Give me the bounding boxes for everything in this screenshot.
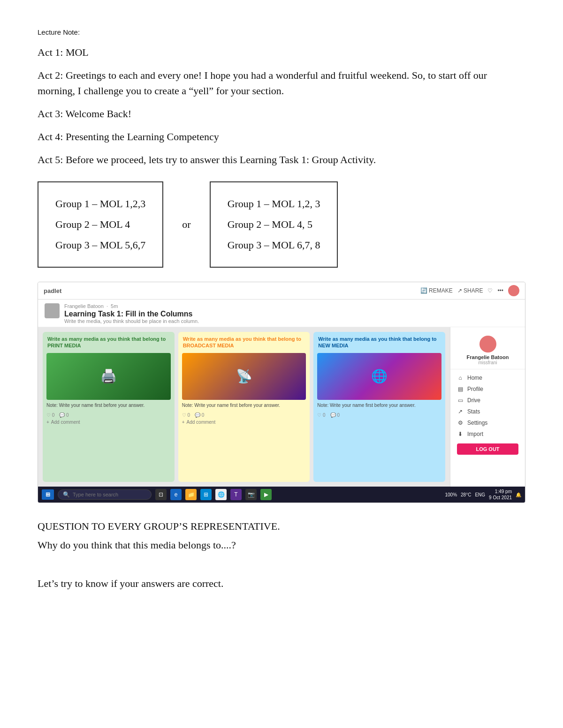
settings-icon: ⚙ bbox=[457, 420, 464, 426]
group-box-left: Group 1 – MOL 1,2,3 Group 2 – MOL 4 Grou… bbox=[38, 181, 163, 268]
taskbar-icon-task-view[interactable]: ⊡ bbox=[155, 489, 167, 500]
padlet-avatar-thumb bbox=[45, 303, 60, 318]
taskbar-icon-folder[interactable]: 📁 bbox=[185, 489, 197, 500]
star-icon[interactable]: ♡ bbox=[487, 287, 493, 294]
padlet-col-broadcast-actions: ♡ 0 💬 0 bbox=[178, 411, 310, 420]
group-box-left-line1: Group 1 – MOL 1,2,3 bbox=[55, 194, 145, 214]
padlet-columns: Write as many media as you think that be… bbox=[38, 327, 450, 487]
sidebar-menu-home[interactable]: ⌂ Home bbox=[450, 372, 525, 383]
question-2: Why do you think that this media belongs… bbox=[38, 536, 525, 555]
padlet-username: Frangelie Batoon bbox=[64, 303, 104, 309]
padlet-sidebar-role: missfrani bbox=[478, 360, 497, 365]
taskbar-icon-edge[interactable]: e bbox=[170, 489, 182, 500]
padlet-user-line: Frangelie Batoon · 5m bbox=[64, 303, 518, 309]
stats-icon: ↗ bbox=[457, 408, 464, 415]
padlet-topbar-right: 🔄 REMAKE ↗ SHARE ♡ ••• bbox=[420, 285, 519, 296]
lecture-note-label: Lecture Note: bbox=[38, 28, 525, 36]
sidebar-stats-label: Stats bbox=[467, 408, 480, 415]
sidebar-menu-drive[interactable]: ▭ Drive bbox=[450, 395, 525, 406]
padlet-subtitle: Write the media, you think should be pla… bbox=[64, 318, 518, 324]
groups-section: Group 1 – MOL 1,2,3 Group 2 – MOL 4 Grou… bbox=[38, 181, 525, 268]
taskbar: ⊞ 🔍 ⊡ e 📁 ⊞ 🌐 T 📷 ▶ 100% 28°C ENG 1:49 p… bbox=[38, 487, 525, 503]
sidebar-drive-label: Drive bbox=[467, 397, 480, 404]
padlet-col-broadcast-header: Write as many media as you think that be… bbox=[178, 332, 310, 353]
group-box-left-line3: Group 3 – MOL 5,6,7 bbox=[55, 235, 145, 255]
padlet-col-print-img: 🖨️ bbox=[46, 353, 171, 400]
question-1: QUESTION TO EVERY GROUP’S REPRESENTATIVE… bbox=[38, 517, 525, 536]
act-5: Act 5: Before we proceed, lets try to an… bbox=[38, 152, 525, 167]
group-box-right-line1: Group 1 – MOL 1,2, 3 bbox=[228, 194, 320, 214]
new-heart-icon[interactable]: ♡ 0 bbox=[317, 413, 325, 418]
taskbar-icon-chrome[interactable]: 🌐 bbox=[215, 489, 227, 500]
padlet-col-broadcast-note: Note: Write your name first before your … bbox=[178, 403, 310, 411]
act-2: Act 2: Greetings to each and every one! … bbox=[38, 68, 525, 98]
profile-icon: ▤ bbox=[457, 386, 464, 392]
padlet-col-new-actions: ♡ 0 💬 0 bbox=[313, 411, 445, 420]
search-icon: 🔍 bbox=[63, 491, 70, 498]
sidebar-import-label: Import bbox=[467, 431, 483, 437]
or-label: or bbox=[182, 218, 190, 231]
padlet-col-new-img: 🌐 bbox=[317, 353, 441, 400]
padlet-col-print-note: Note: Write your name first before your … bbox=[43, 403, 175, 411]
group-box-right-line2: Group 2 – MOL 4, 5 bbox=[228, 214, 320, 235]
print-comment-icon[interactable]: 💬 0 bbox=[59, 413, 68, 418]
taskbar-temp: 28°C bbox=[461, 492, 471, 497]
drive-icon: ▭ bbox=[457, 397, 464, 404]
let-try: Let’s try to know if your answers are co… bbox=[38, 578, 525, 590]
remake-button[interactable]: 🔄 REMAKE bbox=[420, 287, 453, 294]
taskbar-icon-app1[interactable]: 📷 bbox=[245, 489, 257, 500]
logout-button[interactable]: LOG OUT bbox=[457, 443, 518, 455]
taskbar-icon-store[interactable]: ⊞ bbox=[200, 489, 212, 500]
broadcast-heart-icon[interactable]: ♡ 0 bbox=[182, 413, 190, 418]
padlet-col-new-header: Write as many media as you think that be… bbox=[313, 332, 445, 353]
sidebar-home-label: Home bbox=[467, 375, 482, 381]
print-add-comment[interactable]: +Add comment bbox=[43, 420, 175, 428]
padlet-header: Frangelie Batoon · 5m Learning Task 1: F… bbox=[38, 300, 525, 327]
new-comment-icon[interactable]: 💬 0 bbox=[330, 413, 340, 418]
padlet-col-print-actions: ♡ 0 💬 0 bbox=[43, 411, 175, 420]
sidebar-menu-profile[interactable]: ▤ Profile bbox=[450, 383, 525, 395]
padlet-screenshot: padlet 🔄 REMAKE ↗ SHARE ♡ ••• Frangelie … bbox=[38, 282, 525, 503]
taskbar-time: 1:49 pm 9 Oct 2021 bbox=[489, 488, 512, 501]
padlet-sidebar-avatar bbox=[479, 336, 496, 353]
more-options-icon[interactable]: ••• bbox=[497, 287, 503, 294]
sidebar-profile-label: Profile bbox=[467, 386, 483, 392]
sidebar-menu-stats[interactable]: ↗ Stats bbox=[450, 406, 525, 417]
padlet-topbar: padlet 🔄 REMAKE ↗ SHARE ♡ ••• bbox=[38, 282, 525, 300]
taskbar-icons: ⊡ e 📁 ⊞ 🌐 T 📷 ▶ bbox=[155, 489, 441, 500]
taskbar-search-box[interactable]: 🔍 bbox=[58, 489, 152, 500]
padlet-sidebar-user: Frangelie Batoon missfrani bbox=[450, 332, 525, 369]
group-box-right: Group 1 – MOL 1,2, 3 Group 2 – MOL 4, 5 … bbox=[210, 181, 338, 268]
start-button[interactable]: ⊞ bbox=[42, 489, 54, 500]
padlet-col-new: Write as many media as you think that be… bbox=[313, 332, 445, 482]
taskbar-icon-app2[interactable]: ▶ bbox=[260, 489, 272, 500]
padlet-main: Write as many media as you think that be… bbox=[38, 327, 525, 487]
padlet-col-broadcast: Write as many media as you think that be… bbox=[178, 332, 310, 482]
act-1: Act 1: MOL bbox=[38, 45, 525, 60]
taskbar-notification-icon[interactable]: 🔔 bbox=[516, 492, 521, 497]
broadcast-add-comment[interactable]: +Add comment bbox=[178, 420, 310, 428]
home-icon: ⌂ bbox=[457, 375, 464, 381]
sidebar-menu-import[interactable]: ⬇ Import bbox=[450, 428, 525, 440]
sidebar-settings-label: Settings bbox=[467, 420, 487, 426]
padlet-header-info: Frangelie Batoon · 5m Learning Task 1: F… bbox=[64, 303, 518, 324]
group-box-right-line3: Group 3 – MOL 6,7, 8 bbox=[228, 235, 320, 255]
taskbar-battery: 100% bbox=[445, 492, 457, 497]
taskbar-icon-teams[interactable]: T bbox=[230, 489, 242, 500]
padlet-title: Learning Task 1: Fill in the Columns bbox=[64, 310, 518, 318]
padlet-col-broadcast-img: 📡 bbox=[182, 353, 306, 400]
padlet-col-print-header: Write as many media as you think that be… bbox=[43, 332, 175, 353]
share-button[interactable]: ↗ SHARE bbox=[457, 287, 483, 294]
broadcast-comment-icon[interactable]: 💬 0 bbox=[195, 413, 204, 418]
padlet-sidebar: Frangelie Batoon missfrani ⌂ Home ▤ Prof… bbox=[450, 327, 525, 487]
padlet-time-ago: 5m bbox=[111, 303, 118, 309]
act-4: Act 4: Presenting the Learning Competenc… bbox=[38, 129, 525, 144]
print-heart-icon[interactable]: ♡ 0 bbox=[46, 413, 54, 418]
padlet-col-new-note: Note: Write your name first before your … bbox=[313, 403, 445, 411]
user-avatar-topbar bbox=[508, 285, 519, 296]
taskbar-lang: ENG bbox=[475, 492, 485, 497]
padlet-col-print: Write as many media as you think that be… bbox=[43, 332, 175, 482]
taskbar-search-input[interactable] bbox=[73, 492, 138, 497]
import-icon: ⬇ bbox=[457, 431, 464, 437]
sidebar-menu-settings[interactable]: ⚙ Settings bbox=[450, 417, 525, 428]
